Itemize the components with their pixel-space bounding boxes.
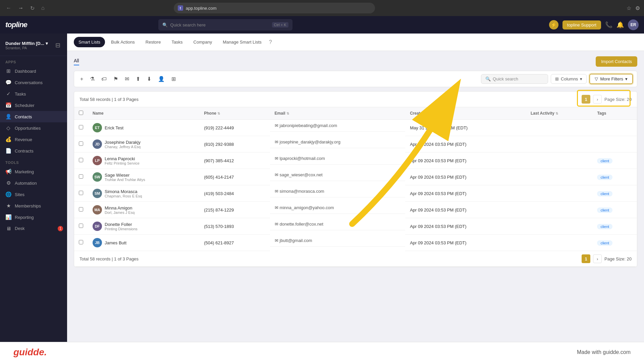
back-button[interactable]: ←	[4, 4, 13, 12]
name-column-header[interactable]: Name	[88, 107, 199, 120]
row-checkbox[interactable]	[79, 191, 83, 195]
email-icon[interactable]: ✉	[123, 74, 131, 83]
sidebar-item-marketing[interactable]: 📢 Marketing	[0, 166, 67, 177]
table-row[interactable]: JD Josephine Darakjy Chanay, Jeffrey A E…	[74, 136, 637, 153]
address-bar[interactable]: t app.topline.com	[174, 3, 375, 13]
sidebar-toggle[interactable]: ⊟	[54, 40, 62, 50]
quick-search-field[interactable]: 🔍 Quick search	[481, 74, 548, 84]
name-cell[interactable]: JB James Butt	[88, 235, 199, 251]
row-checkbox-cell[interactable]	[74, 218, 88, 235]
tab-smart-lists[interactable]: Smart Lists	[74, 37, 105, 47]
tag-icon[interactable]: 🏷	[99, 75, 109, 83]
name-cell[interactable]: ET Erick Test	[88, 120, 199, 136]
help-icon[interactable]: ?	[269, 39, 272, 45]
tag-badge[interactable]: client	[597, 207, 612, 213]
sidebar-item-reporting[interactable]: 📊 Reporting	[0, 212, 67, 223]
table-row[interactable]: JB James Butt (504) 621-8927 ✉ jbutt@gma…	[74, 235, 637, 251]
email-column-header[interactable]: Email ⇅	[270, 107, 406, 120]
last-activity-column-header[interactable]: Last Activity ⇅	[526, 107, 592, 120]
row-checkbox[interactable]	[79, 207, 83, 212]
lightning-icon[interactable]: ⚡	[549, 20, 558, 29]
filter-icon[interactable]: ⚗	[88, 74, 97, 83]
sidebar-item-sites[interactable]: 🌐 Sites	[0, 189, 67, 200]
add-icon[interactable]: +	[78, 75, 85, 83]
table-row[interactable]: LP Lenna Paprocki Feltz Printing Service…	[74, 153, 637, 169]
page-1-button-bottom[interactable]: 1	[582, 254, 590, 263]
all-tab[interactable]: All	[74, 58, 79, 65]
tab-manage-smart-lists[interactable]: Manage Smart Lists	[218, 37, 266, 47]
sidebar-item-scheduler[interactable]: 📅 Scheduler	[0, 100, 67, 111]
row-checkbox-cell[interactable]	[74, 136, 88, 153]
extensions-icon[interactable]: ⚙	[635, 5, 640, 11]
table-row[interactable]: ET Erick Test (919) 222-4449 ✉ jabronipi…	[74, 120, 637, 136]
global-search[interactable]: 🔍 Quick search here Ctrl + K	[158, 19, 292, 31]
select-all-header[interactable]	[74, 107, 88, 120]
tab-restore[interactable]: Restore	[141, 37, 166, 47]
phone-column-header[interactable]: Phone ⇅	[199, 107, 270, 120]
row-checkbox-cell[interactable]	[74, 235, 88, 251]
phone-icon[interactable]: 📞	[605, 21, 612, 28]
tab-tasks[interactable]: Tasks	[167, 37, 187, 47]
sidebar-item-contacts[interactable]: 👤 Contacts	[0, 111, 67, 122]
table-row[interactable]: SM Simona Morasca Chapman, Ross E Esq (4…	[74, 185, 637, 202]
row-checkbox-cell[interactable]	[74, 120, 88, 136]
tag-badge[interactable]: client	[597, 158, 612, 164]
support-button[interactable]: topline Support	[562, 20, 601, 29]
user-icon[interactable]: 👤	[156, 74, 167, 83]
sidebar-item-memberships[interactable]: ★ Memberships	[0, 200, 67, 212]
page-size[interactable]: Page Size: 20	[604, 97, 632, 102]
row-checkbox-cell[interactable]	[74, 153, 88, 169]
tag-badge[interactable]: client	[597, 175, 612, 180]
company-name[interactable]: Dunder Mifflin [D... ▾	[5, 41, 48, 46]
forward-button[interactable]: →	[16, 4, 25, 12]
sidebar-item-dashboard[interactable]: ⊞ Dashboard	[0, 65, 67, 77]
upload-icon[interactable]: ⬆	[134, 74, 142, 83]
grid-icon[interactable]: ⊞	[169, 74, 178, 83]
table-row[interactable]: MA Minna Amigon Dorl, James J Esq (215) …	[74, 202, 637, 218]
row-checkbox[interactable]	[79, 224, 83, 228]
sidebar-item-conversations[interactable]: 💬 Conversations	[0, 77, 67, 88]
sidebar-item-tasks[interactable]: ✓ Tasks	[0, 88, 67, 100]
columns-button[interactable]: ⊞ Columns ▾	[551, 74, 587, 84]
row-checkbox[interactable]	[79, 174, 83, 179]
sidebar-item-opportunities[interactable]: ◇ Opportunities	[0, 122, 67, 134]
tab-company[interactable]: Company	[189, 37, 217, 47]
sidebar-item-contracts[interactable]: 📄 Contracts	[0, 145, 67, 157]
user-avatar[interactable]: ER	[628, 19, 639, 30]
home-button[interactable]: ⌂	[39, 4, 47, 12]
sidebar-item-automation[interactable]: ⚙ Automation	[0, 177, 67, 189]
name-cell[interactable]: LP Lenna Paprocki Feltz Printing Service	[88, 153, 199, 169]
sidebar-item-revenue[interactable]: 💰 Revenue	[0, 134, 67, 145]
table-row[interactable]: SW Sage Wieser Truhlar And Truhlar Attys…	[74, 169, 637, 185]
tag-badge[interactable]: client	[597, 224, 612, 229]
name-cell[interactable]: SW Sage Wieser Truhlar And Truhlar Attys	[88, 169, 199, 185]
more-filters-button[interactable]: ▽ More Filters ▾	[589, 74, 633, 84]
import-contacts-button[interactable]: Import Contacts	[596, 56, 637, 67]
row-checkbox-cell[interactable]	[74, 202, 88, 218]
name-cell[interactable]: SM Simona Morasca Chapman, Ross E Esq	[88, 185, 199, 202]
created-column-header[interactable]: Created ⇅	[405, 107, 526, 120]
name-cell[interactable]: MA Minna Amigon Dorl, James J Esq	[88, 202, 199, 218]
row-checkbox-cell[interactable]	[74, 185, 88, 202]
star-icon[interactable]: ☆	[627, 5, 631, 11]
page-size-bottom[interactable]: Page Size: 20	[604, 256, 632, 261]
sidebar-item-desk[interactable]: 🖥 Desk 1	[0, 223, 67, 234]
page-next-button[interactable]: ›	[593, 95, 602, 104]
tab-bulk-actions[interactable]: Bulk Actions	[106, 37, 140, 47]
page-1-button[interactable]: 1	[582, 95, 590, 104]
flag-icon[interactable]: ⚑	[111, 74, 120, 83]
tags-column-header[interactable]: Tags	[592, 107, 637, 120]
bell-icon[interactable]: 🔔	[616, 21, 624, 28]
select-all-checkbox[interactable]	[79, 111, 83, 115]
row-checkbox[interactable]	[79, 125, 83, 129]
page-next-button-bottom[interactable]: ›	[593, 254, 602, 263]
name-cell[interactable]: JD Josephine Darakjy Chanay, Jeffrey A E…	[88, 136, 199, 153]
table-row[interactable]: DF Donette Foller Printing Dimensions (5…	[74, 218, 637, 235]
row-checkbox[interactable]	[79, 158, 83, 162]
download-icon[interactable]: ⬇	[145, 74, 153, 83]
tag-badge[interactable]: client	[597, 240, 612, 246]
row-checkbox[interactable]	[79, 240, 83, 244]
row-checkbox[interactable]	[79, 141, 83, 146]
reload-button[interactable]: ↻	[28, 4, 37, 13]
tag-badge[interactable]: client	[597, 191, 612, 196]
